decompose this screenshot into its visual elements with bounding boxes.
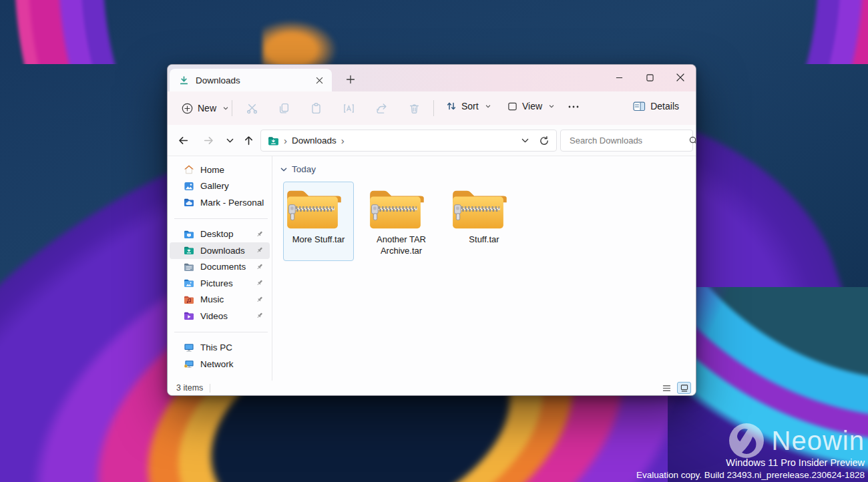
pin-icon [256, 230, 264, 238]
large-icons-view-toggle[interactable] [677, 382, 691, 394]
cut-button[interactable] [238, 96, 265, 120]
forward-button[interactable] [198, 130, 218, 151]
search-box[interactable] [560, 130, 693, 152]
status-divider [210, 384, 210, 393]
download-tray-icon [179, 75, 189, 85]
title-bar[interactable]: Downloads [168, 65, 696, 91]
build-text: Evaluation copy. Build 23493.ni_prerelea… [636, 470, 865, 480]
file-tile-another-tar-archive[interactable]: Another TAR Archive.tar [366, 182, 437, 261]
circle-plus-icon [182, 103, 193, 114]
close-button[interactable] [665, 65, 696, 90]
file-name: Another TAR Archive.tar [369, 234, 433, 256]
scissors-icon [246, 103, 258, 114]
zipped-folder-icon [367, 186, 436, 232]
neowin-logo-icon [727, 421, 766, 460]
view-button[interactable]: View [501, 96, 561, 116]
file-tile-stuff[interactable]: Stuff.tar [449, 182, 519, 261]
large-icons-view-icon [680, 385, 688, 392]
group-label: Today [292, 164, 316, 174]
sidebar-item-documents[interactable]: Documents [170, 259, 270, 276]
delete-button[interactable] [401, 96, 427, 120]
share-icon [376, 103, 387, 114]
file-name: More Stuff.tar [286, 234, 351, 246]
command-bar: New [168, 91, 696, 125]
pictures-folder-icon [184, 278, 194, 288]
paste-button[interactable] [302, 96, 329, 120]
details-pane-button[interactable]: Details [627, 96, 685, 116]
file-explorer-window: Downloads New [167, 64, 696, 396]
downloads-folder-icon [184, 246, 194, 255]
network-icon [184, 359, 194, 369]
new-tab-button[interactable] [340, 69, 361, 90]
desktop-folder-icon [184, 230, 194, 239]
sort-button-label: Sort [461, 101, 479, 111]
tab-title: Downloads [196, 75, 312, 85]
more-options-button[interactable] [562, 96, 586, 116]
address-bar[interactable]: › Downloads › [260, 130, 557, 152]
sidebar-divider [174, 218, 268, 219]
toolbar-separator [433, 100, 434, 116]
pin-icon [256, 278, 264, 287]
sidebar-item-network[interactable]: Network [170, 356, 270, 373]
copy-button[interactable] [270, 96, 297, 120]
minimize-button[interactable] [604, 65, 634, 90]
search-icon[interactable] [688, 136, 696, 146]
downloads-folder-icon [268, 136, 279, 146]
sidebar-item-downloads[interactable]: Downloads [170, 242, 270, 259]
breadcrumb-chevron: › [341, 136, 345, 146]
chevron-down-icon[interactable] [280, 166, 288, 174]
view-button-label: View [522, 101, 542, 111]
sidebar-item-home[interactable]: Home [170, 162, 270, 178]
sort-arrows-icon [446, 101, 457, 111]
chevron-down-icon [548, 103, 555, 109]
sidebar-item-videos[interactable]: Videos [170, 308, 270, 324]
sort-button[interactable]: Sort [440, 96, 497, 116]
tab-close-icon[interactable] [312, 73, 327, 87]
group-header-today[interactable]: Today [280, 164, 316, 174]
pin-icon [256, 295, 264, 304]
share-button[interactable] [368, 96, 395, 120]
tab-downloads[interactable]: Downloads [170, 69, 332, 91]
navigation-pane: Home Mark - Personal Gallery [168, 156, 272, 381]
chevron-down-icon [485, 103, 491, 109]
back-button[interactable] [173, 130, 193, 151]
rename-button[interactable] [335, 96, 362, 120]
address-row: › Downloads › [168, 125, 696, 156]
address-dropdown-icon[interactable] [521, 136, 529, 145]
videos-folder-icon [184, 311, 194, 320]
chevron-down-icon [222, 105, 229, 111]
file-tile-more-stuff[interactable]: More Stuff.tar [283, 182, 354, 261]
list-view-toggle[interactable] [660, 382, 674, 394]
zipped-folder-icon [449, 186, 519, 232]
details-button-label: Details [650, 101, 679, 111]
file-list-area[interactable]: Today More Stuff.tar Another TAR Archive… [272, 156, 696, 381]
onedrive-folder-icon [184, 198, 194, 207]
window-controls [604, 65, 696, 91]
recent-locations-button[interactable] [220, 130, 240, 151]
breadcrumb-chevron: › [284, 136, 287, 146]
sidebar-item-pictures[interactable]: Pictures [170, 275, 270, 292]
breadcrumb-downloads[interactable]: Downloads [292, 136, 337, 146]
new-button[interactable]: New [176, 98, 235, 119]
sidebar-item-desktop[interactable]: Desktop [170, 226, 270, 243]
sidebar-item-onedrive-personal[interactable]: Mark - Personal [170, 194, 270, 211]
maximize-button[interactable] [634, 65, 665, 90]
sidebar-item-gallery[interactable]: Mark - Personal Gallery [170, 178, 270, 195]
documents-folder-icon [184, 262, 194, 272]
sidebar-item-music[interactable]: Music [170, 292, 270, 308]
toolbar-separator [232, 100, 232, 116]
up-button[interactable] [238, 130, 258, 151]
list-view-icon [662, 385, 671, 392]
search-input[interactable] [568, 135, 688, 146]
desktop-watermark: Neowin Windows 11 Pro Insider Preview Ev… [636, 421, 865, 480]
paste-icon [310, 103, 322, 114]
sidebar-item-this-pc[interactable]: This PC [170, 340, 270, 356]
status-bar: 3 items [168, 381, 696, 395]
file-tiles: More Stuff.tar Another TAR Archive.tar S… [283, 182, 519, 261]
pin-icon [256, 246, 264, 254]
gallery-icon [184, 181, 194, 192]
os-edition-text: Windows 11 Pro Insider Preview [636, 457, 865, 468]
refresh-icon[interactable] [539, 136, 550, 146]
zipped-folder-icon [284, 186, 353, 232]
pin-icon [256, 311, 264, 320]
